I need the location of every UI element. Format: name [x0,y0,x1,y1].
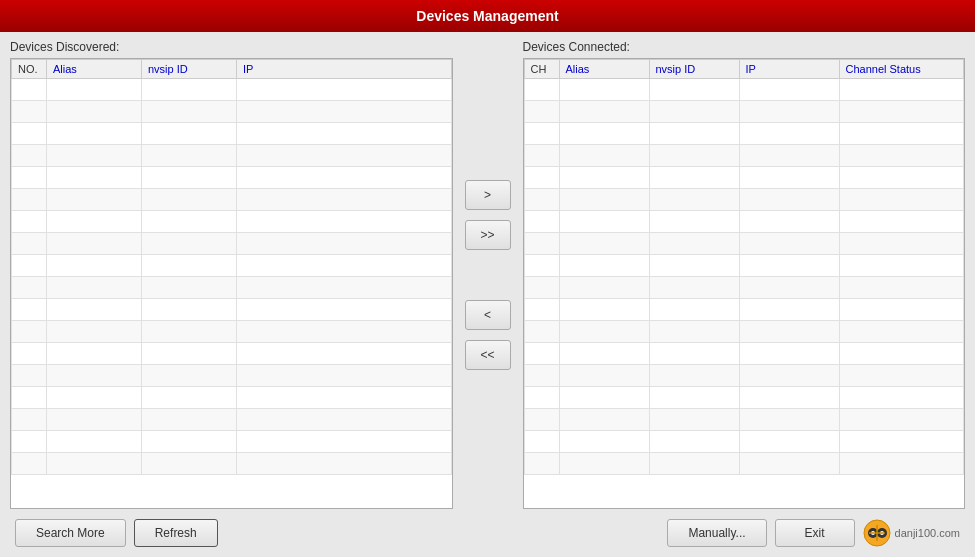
search-more-button[interactable]: Search More [15,519,126,547]
move-right-all-button[interactable]: >> [465,220,511,250]
left-col-no: NO. [12,60,47,79]
table-row[interactable] [524,101,964,123]
right-table-body [524,79,964,475]
table-row[interactable] [12,453,452,475]
app-window: Devices Management Devices Discovered: N… [0,0,975,557]
table-row[interactable] [12,277,452,299]
watermark-label: danji100.com [895,527,960,539]
table-row[interactable] [12,321,452,343]
table-row[interactable] [524,321,964,343]
bottom-bar: Search More Refresh Manually... Exit dan… [0,509,975,557]
table-row[interactable] [524,79,964,101]
table-row[interactable] [524,343,964,365]
table-row[interactable] [12,101,452,123]
table-row[interactable] [12,431,452,453]
right-col-nvsip: nvsip ID [649,60,739,79]
left-table-container: NO. Alias nvsip ID IP [10,58,453,509]
table-row[interactable] [12,167,452,189]
table-row[interactable] [524,409,964,431]
left-table-body [12,79,452,475]
title-bar: Devices Management [0,0,975,32]
table-row[interactable] [524,431,964,453]
table-row[interactable] [524,387,964,409]
table-row[interactable] [12,79,452,101]
table-row[interactable] [524,365,964,387]
left-col-nvsip: nvsip ID [142,60,237,79]
right-col-alias: Alias [559,60,649,79]
table-row[interactable] [524,277,964,299]
left-panel-label: Devices Discovered: [10,40,453,54]
left-col-alias: Alias [47,60,142,79]
move-left-one-button[interactable]: < [465,300,511,330]
table-row[interactable] [12,189,452,211]
table-row[interactable] [12,145,452,167]
table-row[interactable] [12,343,452,365]
table-row[interactable] [524,211,964,233]
bottom-right-area: Manually... Exit danji100.com [667,519,960,547]
main-content: Devices Discovered: NO. Alias nvsip ID I… [0,32,975,509]
table-row[interactable] [12,255,452,277]
table-row[interactable] [12,409,452,431]
right-table-container: CH Alias nvsip ID IP Channel Status [523,58,966,509]
left-col-ip: IP [237,60,452,79]
right-header-row: CH Alias nvsip ID IP Channel Status [524,60,964,79]
table-row[interactable] [12,211,452,233]
watermark-icon [863,519,891,547]
table-row[interactable] [524,123,964,145]
move-left-all-button[interactable]: << [465,340,511,370]
move-right-one-button[interactable]: > [465,180,511,210]
table-row[interactable] [524,255,964,277]
right-col-ip: IP [739,60,839,79]
table-row[interactable] [524,167,964,189]
right-table-header: CH Alias nvsip ID IP Channel Status [524,60,964,79]
left-table-header: NO. Alias nvsip ID IP [12,60,452,79]
table-row[interactable] [524,453,964,475]
table-row[interactable] [12,233,452,255]
manually-button[interactable]: Manually... [667,519,766,547]
bottom-left-buttons: Search More Refresh [15,519,218,547]
table-row[interactable] [524,189,964,211]
connected-table: CH Alias nvsip ID IP Channel Status [524,59,965,475]
table-row[interactable] [12,123,452,145]
left-header-row: NO. Alias nvsip ID IP [12,60,452,79]
right-panel-label: Devices Connected: [523,40,966,54]
right-col-status: Channel Status [839,60,964,79]
table-row[interactable] [524,233,964,255]
window-title: Devices Management [416,8,558,24]
exit-button[interactable]: Exit [775,519,855,547]
discovered-table: NO. Alias nvsip ID IP [11,59,452,475]
table-row[interactable] [12,387,452,409]
transfer-buttons-panel: > >> < << [453,40,523,509]
table-row[interactable] [12,365,452,387]
table-row[interactable] [524,145,964,167]
table-row[interactable] [12,299,452,321]
watermark: danji100.com [863,519,960,547]
right-panel: Devices Connected: CH Alias nvsip ID IP … [523,40,966,509]
refresh-button[interactable]: Refresh [134,519,218,547]
left-panel: Devices Discovered: NO. Alias nvsip ID I… [10,40,453,509]
right-col-ch: CH [524,60,559,79]
table-row[interactable] [524,299,964,321]
